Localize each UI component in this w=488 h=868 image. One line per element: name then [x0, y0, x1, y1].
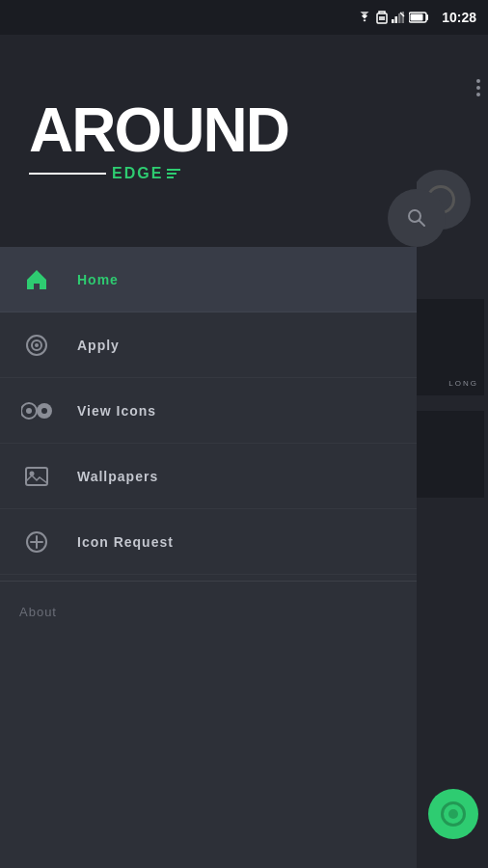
- nav-divider: [0, 581, 417, 582]
- nav-label-view-icons: View Icons: [77, 403, 156, 419]
- svg-rect-2: [392, 19, 394, 23]
- status-icons: [357, 11, 430, 24]
- status-time: 10:28: [442, 10, 476, 25]
- dot1: [476, 79, 480, 83]
- about-label: About: [19, 605, 57, 619]
- more-menu-dots[interactable]: [476, 69, 480, 106]
- nav-item-apply[interactable]: Apply: [0, 312, 417, 378]
- fab-button[interactable]: [428, 789, 478, 839]
- fab-center: [448, 809, 458, 819]
- sim-icon: [376, 11, 388, 24]
- drawer-header: AROUND EDGE: [0, 35, 417, 247]
- toggle-icon: [19, 393, 54, 428]
- svg-point-17: [41, 408, 47, 414]
- svg-point-15: [26, 408, 32, 414]
- logo-edge: EDGE: [112, 165, 163, 182]
- nav-label-icon-request: Icon Request: [77, 534, 174, 550]
- about-section[interactable]: About: [0, 587, 417, 636]
- signal-icon: [392, 12, 405, 23]
- nav-item-view-icons[interactable]: View Icons: [0, 378, 417, 444]
- battery-icon: [409, 12, 430, 23]
- image-icon: [19, 459, 54, 494]
- dot2: [476, 86, 480, 90]
- svg-rect-8: [411, 14, 423, 21]
- menu-bar-3: [167, 176, 174, 178]
- svg-rect-18: [26, 468, 47, 485]
- nav-item-icon-request[interactable]: Icon Request: [0, 509, 417, 575]
- apply-icon: [19, 328, 54, 363]
- nav-list: Home Apply View: [0, 247, 417, 575]
- wifi-icon: [357, 12, 372, 23]
- svg-rect-1: [379, 16, 385, 20]
- drawer: AROUND EDGE Home: [0, 35, 417, 868]
- home-icon: [19, 262, 54, 297]
- dot3: [476, 93, 480, 96]
- nav-label-wallpapers: Wallpapers: [77, 469, 158, 484]
- logo-title: AROUND: [29, 99, 288, 161]
- svg-rect-5: [402, 12, 405, 23]
- status-bar: 10:28: [0, 0, 488, 35]
- fab-inner: [441, 801, 466, 827]
- search-circle[interactable]: [388, 189, 446, 247]
- nav-item-wallpapers[interactable]: Wallpapers: [0, 444, 417, 509]
- logo-edge-row: EDGE: [29, 165, 180, 182]
- right-thumb-1-label: LONG: [448, 379, 478, 388]
- menu-bar-1: [167, 169, 180, 171]
- svg-line-10: [420, 221, 425, 227]
- svg-point-13: [35, 343, 39, 347]
- svg-rect-3: [395, 16, 398, 23]
- add-circle-icon: [19, 525, 54, 559]
- right-panel: LONG: [411, 35, 488, 868]
- hamburger-icon: [167, 169, 180, 178]
- search-icon: [406, 207, 427, 229]
- nav-item-home[interactable]: Home: [0, 247, 417, 312]
- right-thumb-2: [411, 411, 484, 498]
- nav-label-apply: Apply: [77, 338, 120, 353]
- nav-label-home: Home: [77, 272, 119, 287]
- menu-bar-2: [167, 173, 176, 175]
- right-thumb-1: LONG: [411, 299, 484, 395]
- svg-rect-4: [398, 14, 401, 23]
- logo-line: [29, 173, 106, 175]
